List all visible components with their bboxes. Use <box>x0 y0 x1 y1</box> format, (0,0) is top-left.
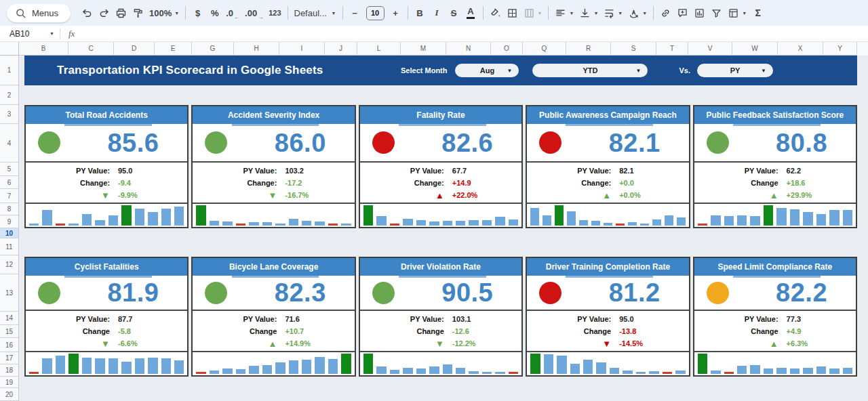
table-views-button[interactable]: ▼ <box>725 4 749 22</box>
status-dot-icon <box>38 131 60 154</box>
paint-format-button[interactable] <box>130 4 146 22</box>
kpi-card-8[interactable]: Driver Violation Rate 90.5 PY Value:103.… <box>359 257 523 377</box>
column-header-V[interactable]: V <box>688 42 732 56</box>
row-header-10[interactable]: 10 <box>0 228 19 238</box>
name-box[interactable]: AB10 ▼ <box>0 29 54 39</box>
column-header-I[interactable]: I <box>279 42 325 56</box>
divider <box>653 6 654 20</box>
more-formats-button[interactable]: 123 <box>266 4 283 22</box>
row-header-14[interactable]: 14 <box>0 312 19 325</box>
horizontal-align-button[interactable]: ▼ <box>552 4 576 22</box>
fill-color-button[interactable] <box>487 4 504 22</box>
column-header-B[interactable]: B <box>19 42 68 56</box>
column-header-S[interactable]: S <box>611 42 656 56</box>
row-header-5[interactable]: 5 <box>0 163 19 176</box>
row-header-2[interactable]: 2 <box>0 85 19 105</box>
column-header-O[interactable]: O <box>491 42 523 56</box>
chevron-down-icon: ▼ <box>507 68 513 74</box>
row-header-16[interactable]: 16 <box>0 338 19 352</box>
row-header-20[interactable]: 20 <box>0 388 19 401</box>
column-header-J[interactable]: J <box>325 42 357 56</box>
month-dropdown[interactable]: Aug ▼ <box>455 64 519 77</box>
bold-button[interactable]: B <box>412 4 429 22</box>
column-header-H[interactable]: H <box>234 42 279 56</box>
functions-button[interactable]: Σ <box>749 4 766 22</box>
insert-comment-button[interactable] <box>674 4 691 22</box>
font-select[interactable]: Defaul...▼ <box>292 4 339 22</box>
select-all-corner[interactable] <box>0 42 19 56</box>
text-rotation-button[interactable]: ▼ <box>625 4 650 22</box>
row-header-9[interactable]: 9 <box>0 215 19 228</box>
column-header-Q[interactable]: Q <box>523 42 566 56</box>
row-header-13[interactable]: 13 <box>0 274 19 312</box>
change-value: +0.0 <box>611 179 634 187</box>
increase-decimal-button[interactable]: .00→ <box>242 4 266 22</box>
row-header-3[interactable]: 3 <box>0 105 19 124</box>
kpi-card-2[interactable]: Accident Severity Index 86.0 PY Value:10… <box>191 105 355 228</box>
row-header-8[interactable]: 8 <box>0 203 19 215</box>
format-percent-button[interactable]: % <box>206 4 223 22</box>
column-header-Y[interactable]: Y <box>823 42 857 56</box>
borders-button[interactable] <box>504 4 521 22</box>
kpi-card-7[interactable]: Bicycle Lane Coverage 82.3 PY Value:71.6… <box>191 257 355 377</box>
italic-button[interactable]: I <box>429 4 446 22</box>
column-header-X[interactable]: X <box>778 42 823 56</box>
column-header-C[interactable]: C <box>68 42 114 56</box>
increase-font-size-button[interactable]: + <box>387 4 404 22</box>
column-header-G[interactable]: G <box>192 42 234 56</box>
insert-chart-button[interactable] <box>691 4 708 22</box>
print-button[interactable] <box>113 4 130 22</box>
spark-bar <box>495 217 505 226</box>
column-header-W[interactable]: W <box>732 42 778 56</box>
text-color-button[interactable]: A <box>462 4 479 22</box>
column-header-N[interactable]: N <box>446 42 491 56</box>
spark-bar <box>403 368 412 374</box>
link-icon <box>660 7 671 19</box>
kpi-card-5[interactable]: Public Feedback Satisfaction Score 80.8 … <box>693 105 857 228</box>
kpi-card-9[interactable]: Driver Training Completion Rate 81.2 PY … <box>526 257 690 377</box>
change-label: Change <box>527 327 611 335</box>
row-header-18[interactable]: 18 <box>0 364 19 377</box>
decrease-font-size-button[interactable]: − <box>347 4 363 22</box>
kpi-card-10[interactable]: Speed Limit Compliance Rate 82.2 PY Valu… <box>693 257 857 377</box>
text-wrap-button[interactable]: ▼ <box>601 4 625 22</box>
row-header-12[interactable]: 12 <box>0 255 19 274</box>
menus-search[interactable]: Menus <box>7 4 71 22</box>
vertical-align-button[interactable]: ▼ <box>576 4 601 22</box>
column-header-R[interactable]: R <box>566 42 611 56</box>
kpi-card-3[interactable]: Fatality Rate 82.6 PY Value:67.7 Change:… <box>359 105 523 228</box>
zoom-select[interactable]: 100%▼ <box>146 4 182 22</box>
sheet-grid[interactable]: Transportation KPI Scorecard in Google S… <box>19 56 868 401</box>
period-dropdown[interactable]: YTD ▼ <box>532 64 648 77</box>
row-header-19[interactable]: 19 <box>0 377 19 388</box>
column-header-D[interactable]: D <box>114 42 155 56</box>
column-header-E[interactable]: E <box>155 42 192 56</box>
undo-button[interactable] <box>79 4 96 22</box>
kpi-card-1[interactable]: Total Road Accidents 85.6 PY Value:95.0 … <box>24 105 189 228</box>
compare-dropdown[interactable]: PY ▼ <box>697 64 773 77</box>
row-header-4[interactable]: 4 <box>0 124 19 163</box>
row-header-11[interactable]: 11 <box>0 238 19 255</box>
decrease-decimal-button[interactable]: .0← <box>223 4 242 22</box>
insert-link-button[interactable] <box>657 4 674 22</box>
column-header-L[interactable]: L <box>357 42 401 56</box>
row-header-1[interactable]: 1 <box>0 56 19 85</box>
kpi-card-4[interactable]: Public Awareness Campaign Reach 82.1 PY … <box>526 105 690 228</box>
merge-cells-button[interactable]: ▼ <box>521 4 545 22</box>
row-header-15[interactable]: 15 <box>0 325 19 338</box>
font-size-input[interactable]: 10 <box>366 6 384 20</box>
redo-button[interactable] <box>96 4 113 22</box>
row-header-7[interactable]: 7 <box>0 189 19 203</box>
strikethrough-button[interactable]: S <box>446 4 462 22</box>
kpi-stats: PY Value:62.2 Change+18.6 ▲+29.9% <box>694 161 856 203</box>
row-header-6[interactable]: 6 <box>0 176 19 189</box>
py-value: 82.1 <box>611 167 633 175</box>
column-header-T[interactable]: T <box>656 42 688 56</box>
format-currency-button[interactable]: $ <box>189 4 206 22</box>
row-header-17[interactable]: 17 <box>0 352 19 364</box>
kpi-card-6[interactable]: Cyclist Fatalities 81.9 PY Value:87.7 Ch… <box>24 257 189 377</box>
spark-bar <box>121 362 131 374</box>
create-filter-button[interactable] <box>708 4 725 22</box>
column-header-M[interactable]: M <box>401 42 446 56</box>
change-label: Change: <box>360 179 444 187</box>
